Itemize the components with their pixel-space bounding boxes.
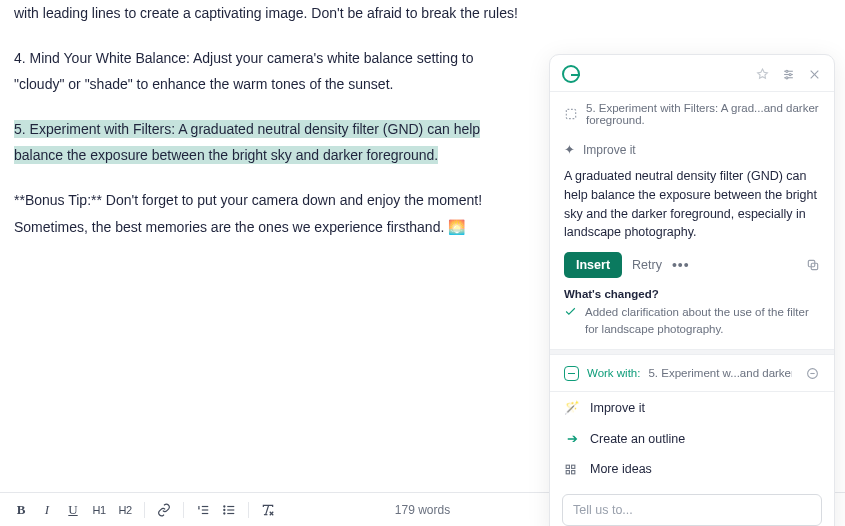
toolbar-divider	[248, 502, 249, 518]
wand-icon: 🪄	[564, 400, 580, 415]
whats-changed-text: Added clarification about the use of the…	[585, 304, 820, 337]
italic-button[interactable]: I	[36, 499, 58, 521]
underline-button[interactable]: U	[62, 499, 84, 521]
svg-rect-25	[572, 465, 575, 468]
svg-rect-24	[566, 465, 569, 468]
paragraph-highlighted[interactable]: 5. Experiment with Filters: A graduated …	[14, 116, 522, 169]
sunset-emoji: 🌅	[448, 219, 465, 235]
arrow-icon: ➔	[564, 431, 580, 446]
paragraph[interactable]: 4. Mind Your White Balance: Adjust your …	[14, 45, 522, 98]
settings-sliders-icon[interactable]	[780, 66, 796, 82]
insert-button[interactable]: Insert	[564, 252, 622, 278]
svg-rect-27	[572, 470, 575, 473]
svg-point-8	[224, 512, 225, 513]
selection-context-text: 5. Experiment with Filters: A grad...and…	[586, 102, 820, 126]
check-icon	[564, 305, 577, 337]
more-actions-icon[interactable]: •••	[672, 257, 690, 273]
svg-point-16	[785, 76, 787, 78]
grammarly-square-icon	[564, 366, 579, 381]
pin-icon[interactable]	[754, 66, 770, 82]
numbered-list-button[interactable]	[192, 499, 214, 521]
option-improve-it[interactable]: 🪄 Improve it	[550, 392, 834, 423]
grammarly-logo-icon	[562, 65, 580, 83]
collapse-icon[interactable]	[804, 365, 820, 381]
whats-changed-title: What's changed?	[564, 288, 820, 300]
svg-point-14	[785, 70, 787, 72]
option-create-outline[interactable]: ➔ Create an outline	[550, 423, 834, 454]
link-button[interactable]	[153, 499, 175, 521]
sparkle-icon: ✦	[564, 142, 575, 157]
work-with-row: Work with: 5. Experiment w...and darker …	[550, 355, 834, 391]
h1-button[interactable]: H1	[88, 499, 110, 521]
option-more-ideas[interactable]: More ideas	[550, 454, 834, 484]
work-with-label: Work with:	[587, 367, 640, 379]
suggestion-actions: Insert Retry •••	[550, 252, 834, 288]
whats-changed: What's changed? Added clarification abou…	[550, 288, 834, 349]
prompt-input-wrap	[550, 484, 834, 526]
svg-point-6	[224, 505, 225, 506]
improve-heading: ✦ Improve it	[550, 136, 834, 161]
bullet-list-button[interactable]	[218, 499, 240, 521]
selection-context: 5. Experiment with Filters: A grad...and…	[550, 92, 834, 136]
prompt-input[interactable]	[562, 494, 822, 526]
toolbar-divider	[144, 502, 145, 518]
grid-icon	[564, 463, 580, 476]
paragraph[interactable]: **Bonus Tip:** Don't forget to put your …	[14, 187, 522, 240]
word-count: 179 words	[395, 503, 450, 517]
retry-button[interactable]: Retry	[632, 258, 662, 272]
svg-rect-19	[566, 109, 575, 118]
svg-rect-26	[566, 470, 569, 473]
paragraph[interactable]: with leading lines to create a captivati…	[14, 0, 522, 27]
toolbar-divider	[183, 502, 184, 518]
bold-button[interactable]: B	[10, 499, 32, 521]
svg-point-15	[789, 73, 791, 75]
document-editor[interactable]: with leading lines to create a captivati…	[0, 0, 540, 240]
copy-icon[interactable]	[806, 258, 820, 272]
suggestion-text: A graduated neutral density filter (GND)…	[550, 161, 834, 252]
svg-point-7	[224, 509, 225, 510]
clear-formatting-button[interactable]	[257, 499, 279, 521]
grammarly-panel: 5. Experiment with Filters: A grad...and…	[549, 54, 835, 526]
close-icon[interactable]	[806, 66, 822, 82]
work-with-text: 5. Experiment w...and darker foreground.	[648, 367, 792, 379]
selection-icon	[564, 107, 578, 121]
panel-header	[550, 55, 834, 91]
h2-button[interactable]: H2	[114, 499, 136, 521]
